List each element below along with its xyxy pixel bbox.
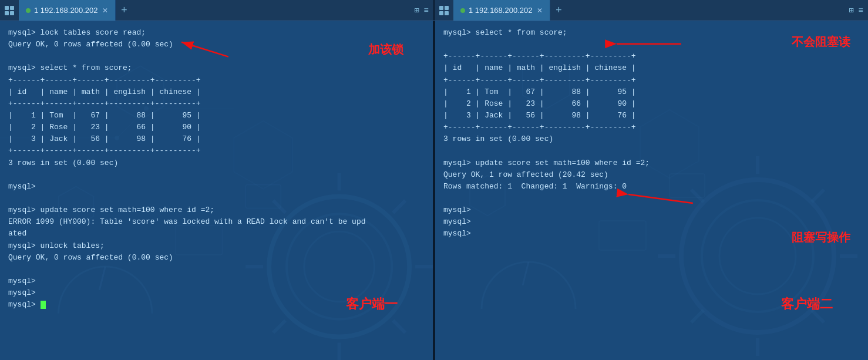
right-tab-icon: [435, 5, 453, 16]
svg-rect-3: [10, 11, 14, 15]
svg-rect-4: [439, 6, 443, 10]
left-tab[interactable]: 1 192.168.200.202 ✕: [19, 0, 116, 21]
right-grid-icon[interactable]: ⊞: [849, 5, 853, 15]
right-tab-controls: ⊞ ≡: [849, 5, 868, 15]
left-tab-icon: [0, 5, 19, 16]
svg-rect-1: [10, 6, 14, 10]
svg-rect-0: [5, 6, 9, 10]
right-tab-label: 1 192.168.200.202: [469, 6, 532, 15]
right-terminal-content: mysql> select * from score; +------+----…: [435, 21, 868, 360]
right-tab[interactable]: 1 192.168.200.202 ✕: [453, 0, 550, 21]
left-terminal-content: mysql> lock tables score read; Query OK,…: [0, 21, 433, 360]
left-cursor: [41, 301, 46, 309]
left-menu-icon[interactable]: ≡: [424, 6, 429, 15]
svg-rect-7: [445, 11, 449, 15]
left-tab-close[interactable]: ✕: [102, 6, 108, 15]
tab-bar-right: 1 192.168.200.202 ✕ + ⊞ ≡: [433, 0, 868, 21]
tab-bar: 1 192.168.200.202 ✕ + ⊞ ≡ 1 192.168.200.…: [0, 0, 868, 21]
svg-rect-6: [439, 11, 443, 15]
left-terminal-text: mysql> lock tables score read; Query OK,…: [8, 27, 425, 311]
right-tab-plus[interactable]: +: [550, 0, 567, 21]
left-grid-icon[interactable]: ⊞: [414, 5, 419, 15]
right-terminal-text: mysql> select * from score; +------+----…: [443, 27, 860, 240]
right-tab-close[interactable]: ✕: [537, 6, 543, 15]
tab-bar-left: 1 192.168.200.202 ✕ + ⊞ ≡: [0, 0, 433, 21]
right-tab-dot: [460, 8, 465, 13]
left-tab-plus[interactable]: +: [116, 0, 132, 21]
svg-rect-5: [445, 6, 449, 10]
left-tab-label: 1 192.168.200.202: [34, 6, 97, 15]
left-terminal-panel[interactable]: mysql> lock tables score read; Query OK,…: [0, 21, 433, 360]
right-menu-icon[interactable]: ≡: [859, 6, 863, 15]
main-content: mysql> lock tables score read; Query OK,…: [0, 21, 868, 360]
left-tab-dot: [26, 8, 31, 13]
svg-rect-2: [5, 11, 9, 15]
left-tab-controls: ⊞ ≡: [414, 5, 433, 15]
right-terminal-panel[interactable]: mysql> select * from score; +------+----…: [435, 21, 868, 360]
